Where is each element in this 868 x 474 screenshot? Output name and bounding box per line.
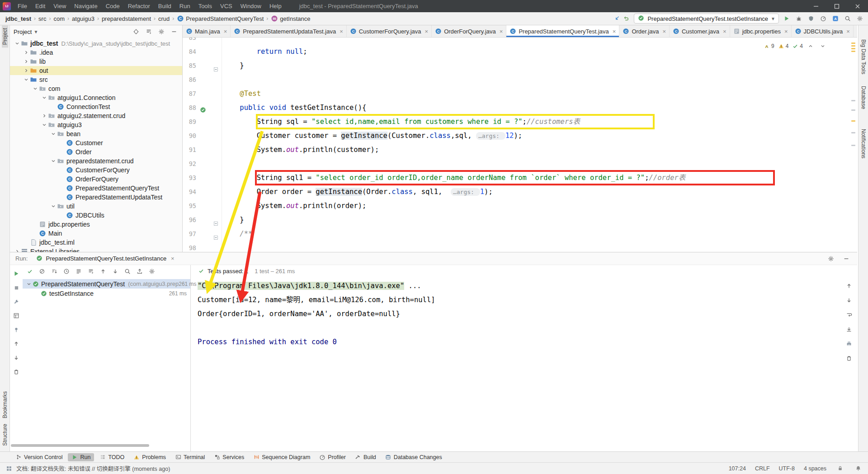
sort-asc-button[interactable] [50, 267, 59, 276]
tab-preparedstatementquerytest-java[interactable]: CPreparedStatementQueryTest.java× [506, 25, 619, 37]
tree-item-lib[interactable]: lib [10, 57, 182, 66]
chevron-right-icon[interactable] [14, 249, 21, 252]
status-item-crlf[interactable]: CRLF [755, 465, 770, 472]
code-line-83[interactable]: 83 [183, 38, 857, 45]
translate-button[interactable]: A [831, 14, 840, 23]
coverage-button[interactable] [807, 14, 816, 23]
rerun-button[interactable] [12, 269, 21, 278]
menu-code[interactable]: Code [102, 0, 124, 12]
chevron-right-icon[interactable] [23, 59, 30, 64]
wrench-button[interactable] [12, 297, 21, 306]
code-line-90[interactable]: 90 Customer customer = getInstance(Custo… [183, 129, 857, 143]
test-tree-item-preparedstatementquerytest[interactable]: PreparedStatementQueryTest(com.atguigu3.… [23, 279, 190, 289]
breadcrumb-preparedstatement[interactable]: preparedstatement [101, 15, 152, 22]
tab-order-java[interactable]: COrder.java× [619, 25, 670, 37]
breadcrumb-crud[interactable]: crud [157, 15, 170, 22]
settings-button[interactable] [855, 14, 864, 23]
toolwindow-button-run[interactable]: Run [68, 453, 94, 461]
code-line-92[interactable]: 92 [183, 157, 857, 171]
close-icon[interactable]: × [340, 28, 343, 35]
layout-button[interactable] [12, 311, 21, 320]
code-line-91[interactable]: 91 System.out.println(customer); [183, 143, 857, 157]
status-item-utf-8[interactable]: UTF-8 [779, 465, 795, 472]
toolwindow-button-services[interactable]: Services [210, 453, 248, 461]
toolwindow-button-build[interactable]: Build [351, 453, 380, 461]
collapse-all-button[interactable] [144, 27, 153, 36]
close-icon[interactable]: × [171, 255, 175, 262]
code-line-97[interactable]: 97 /** [183, 227, 857, 241]
stripe-button-notifications[interactable]: Notifications [860, 126, 867, 161]
tab-jdbcutils-java[interactable]: CJDBCUtils.java× [792, 25, 854, 37]
tab-jdbc-properties[interactable]: jdbc.properties× [730, 25, 792, 37]
tab-preparedstatementupdatatest-java[interactable]: CPreparedStatementUpdataTest.java× [231, 25, 347, 37]
status-message[interactable]: 文档: 翻译文档失败: 未知错误 // 切换翻译引擎 (moments ago) [16, 464, 170, 473]
menu-navigate[interactable]: Navigate [70, 0, 101, 12]
down-button[interactable] [844, 296, 854, 305]
hide-button[interactable] [842, 254, 851, 263]
print-button[interactable] [844, 339, 854, 348]
tab-customerforquery-java[interactable]: CCustomerForQuery.java× [347, 25, 432, 37]
collapse-all-button[interactable] [86, 267, 95, 276]
chevron-down-icon[interactable] [14, 41, 21, 46]
menu-file[interactable]: File [14, 0, 31, 12]
tab-main-java[interactable]: CMain.java× [183, 25, 231, 37]
chevron-right-icon[interactable] [23, 50, 30, 55]
scroll-end-button[interactable] [844, 325, 854, 334]
run-button[interactable] [782, 14, 791, 23]
chevron-down-icon[interactable]: ▼ [33, 29, 38, 34]
tree-item-atguigu2-statement-crud[interactable]: atguigu2.statement.crud [10, 111, 182, 120]
toolwindow-button-database-changes[interactable]: Database Changes [382, 453, 446, 461]
clear-button[interactable] [844, 354, 854, 363]
up-button[interactable] [844, 281, 854, 290]
search-button[interactable] [843, 14, 852, 23]
chevron-down-icon[interactable] [50, 204, 57, 209]
menu-window[interactable]: Window [236, 0, 265, 12]
history-button[interactable] [62, 267, 71, 276]
menu-run[interactable]: Run [175, 0, 194, 12]
run-configuration-select[interactable]: PreparedStatementQueryTest.testGetInstan… [634, 14, 779, 24]
tree-item-customer[interactable]: CCustomer [10, 138, 182, 147]
tree-item-preparedstatementquerytest[interactable]: CPreparedStatementQueryTest [10, 184, 182, 193]
menu-edit[interactable]: Edit [31, 0, 49, 12]
tree-item-idea[interactable]: .idea [10, 48, 182, 57]
tab-orderforquery-java[interactable]: COrderForQuery.java× [432, 25, 506, 37]
test-tree-scrollbar[interactable] [11, 444, 149, 447]
softwrap-button[interactable] [844, 310, 854, 319]
export-button[interactable] [135, 267, 144, 276]
rollback-button[interactable] [622, 14, 631, 23]
status-item-4-spaces[interactable]: 4 spaces [804, 465, 826, 472]
code-line-85[interactable]: 85 } [183, 59, 857, 73]
settings-button[interactable] [157, 27, 166, 36]
tree-item-customerforquery[interactable]: CCustomerForQuery [10, 166, 182, 175]
status-item-107-24[interactable]: 107:24 [729, 465, 746, 472]
update-project-button[interactable] [613, 14, 622, 23]
stripe-button-project[interactable]: Project [2, 25, 8, 47]
toolwindow-button-problems[interactable]: Problems [130, 453, 170, 461]
close-icon[interactable]: × [846, 28, 850, 35]
maximize-button[interactable] [826, 0, 847, 12]
close-icon[interactable]: × [425, 28, 429, 35]
show-passed-button[interactable] [25, 267, 34, 276]
lock-button[interactable] [835, 464, 844, 473]
down-button[interactable] [111, 267, 120, 276]
close-icon[interactable]: × [224, 28, 227, 35]
tree-item-preparedstatementupdatatest[interactable]: CPreparedStatementUpdataTest [10, 193, 182, 202]
code-line-86[interactable]: 86 [183, 73, 857, 87]
tab-customer-java[interactable]: CCustomer.java× [670, 25, 730, 37]
chev-up-button[interactable] [806, 42, 815, 51]
menu-refactor[interactable]: Refactor [124, 0, 154, 12]
tree-item-atguigu3[interactable]: atguigu3 [10, 120, 182, 129]
code-line-94[interactable]: 94 Order order = getInstance(Order.class… [183, 185, 857, 199]
toolwindow-button-terminal[interactable]: Terminal [171, 453, 208, 461]
tree-item-connectiontest[interactable]: CConnectionTest [10, 102, 182, 111]
bell-button[interactable] [854, 464, 863, 473]
run-tab[interactable]: PreparedStatementQueryTest.testGetInstan… [32, 252, 178, 265]
tree-item-jdbcutils[interactable]: CJDBCUtils [10, 211, 182, 220]
menu-build[interactable]: Build [154, 0, 175, 12]
up-button[interactable] [12, 339, 21, 348]
breadcrumb-getinstance[interactable]: mgetInstance [270, 15, 311, 22]
chevron-down-icon[interactable] [41, 122, 48, 128]
tree-item-jdbc-test[interactable]: jdbc_testD:\Study\c_java_study\jdbc_test… [10, 39, 182, 48]
chevron-down-icon[interactable] [32, 86, 39, 91]
chevron-down-icon[interactable] [41, 95, 48, 100]
